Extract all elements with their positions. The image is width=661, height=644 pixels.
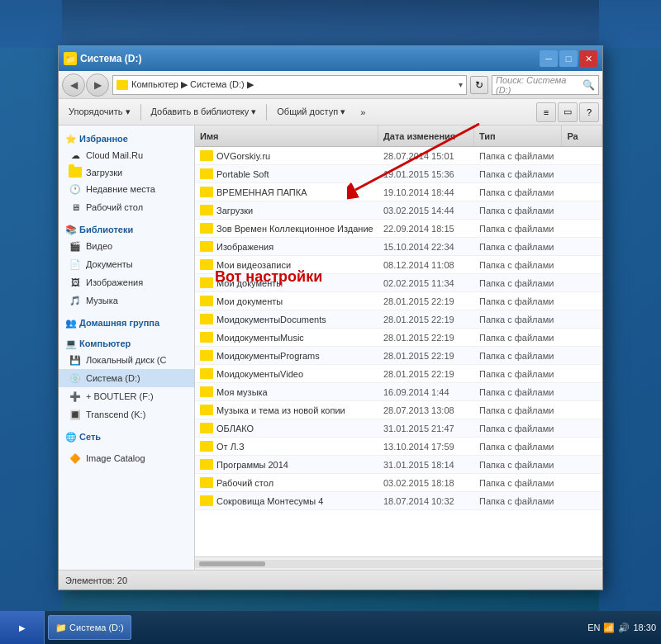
sidebar-item-recent[interactable]: 🕐 Недавние места bbox=[59, 180, 194, 198]
address-folder-icon bbox=[117, 80, 128, 90]
file-date-cell: 03.02.2015 18:18 bbox=[378, 478, 474, 488]
file-type-cell: Папка с файлами bbox=[474, 169, 562, 179]
file-date-cell: 28.01.2015 22:19 bbox=[378, 351, 474, 361]
add-library-button[interactable]: Добавить в библиотеку ▾ bbox=[145, 102, 264, 122]
address-bar[interactable]: Компьютер ▶ Система (D:) ▶ ▾ bbox=[112, 75, 467, 95]
taskbar: ▶ 📁 Система (D:) EN 📶 🔊 18:30 bbox=[0, 611, 661, 644]
file-name-cell: ОБЛАКО bbox=[195, 423, 378, 433]
file-date-cell: 19.10.2014 18:44 bbox=[378, 187, 474, 197]
table-row[interactable]: От Л.З 13.10.2014 17:59 Папка с файлами bbox=[195, 438, 602, 456]
network-icon: 🌐 bbox=[65, 432, 77, 442]
view-details-button[interactable]: ≡ bbox=[536, 102, 556, 122]
maximize-button[interactable]: □ bbox=[559, 50, 578, 67]
sidebar-item-video[interactable]: 🎬 Видео bbox=[59, 237, 194, 255]
view-preview-button[interactable]: ▭ bbox=[558, 102, 578, 122]
sidebar-item-downloads[interactable]: Загрузки bbox=[59, 164, 194, 180]
start-button[interactable]: ▶ bbox=[0, 611, 45, 644]
table-row[interactable]: ВРЕМЕННАЯ ПАПКА 19.10.2014 18:44 Папка с… bbox=[195, 183, 602, 201]
file-name-cell: Portable Soft bbox=[195, 168, 378, 179]
title-bar-controls: ─ □ ✕ bbox=[540, 50, 597, 67]
sidebar-item-cloud-mail[interactable]: ☁ Cloud Mail.Ru bbox=[59, 146, 194, 164]
table-row[interactable]: Зов Времен Коллекционное Издание 22.09.2… bbox=[195, 220, 602, 238]
sidebar-item-boutler[interactable]: ➕ + BOUTLER (F:) bbox=[59, 387, 194, 405]
col-header-date[interactable]: Дата изменения bbox=[378, 125, 474, 146]
table-row[interactable]: Рабочий стол 03.02.2015 18:18 Папка с фа… bbox=[195, 474, 602, 492]
address-dropdown-icon[interactable]: ▾ bbox=[459, 80, 463, 89]
back-button[interactable]: ◀ bbox=[62, 73, 85, 97]
table-row[interactable]: МоидокументыPrograms 28.01.2015 22:19 Па… bbox=[195, 347, 602, 365]
folder-icon bbox=[200, 350, 213, 361]
sidebar-item-image-catalog[interactable]: 🔶 Image Catalog bbox=[59, 449, 194, 467]
minimize-button[interactable]: ─ bbox=[540, 50, 558, 67]
catalog-section: 🔶 Image Catalog bbox=[59, 449, 194, 467]
file-date-cell: 19.01.2015 15:36 bbox=[378, 169, 474, 179]
file-date-cell: 16.09.2014 1:44 bbox=[378, 387, 474, 397]
share-button[interactable]: Общий доступ ▾ bbox=[270, 102, 352, 122]
sidebar-item-local-disk[interactable]: 💾 Локальный диск (С bbox=[59, 351, 194, 369]
images-icon: 🖼 bbox=[69, 276, 82, 289]
file-name-cell: МоидокументыDocuments bbox=[195, 314, 378, 324]
video-icon: 🎬 bbox=[69, 239, 82, 253]
table-row[interactable]: Моя музыка 16.09.2014 1:44 Папка с файла… bbox=[195, 383, 602, 401]
libraries-section: 📚 Библиотеки 🎬 Видео 📄 Документы 🖼 Изобр… bbox=[59, 221, 194, 310]
col-header-name[interactable]: Имя bbox=[195, 125, 378, 146]
homegroup-section: 👥 Домашняя группа bbox=[59, 315, 194, 330]
sidebar-item-transcend[interactable]: 🔳 Transcend (K:) bbox=[59, 405, 194, 424]
table-row[interactable]: ОБЛАКО 31.01.2015 21:47 Папка с файлами bbox=[195, 419, 602, 438]
table-row[interactable]: МоидокументыDocuments 28.01.2015 22:19 П… bbox=[195, 310, 602, 329]
file-type-cell: Папка с файлами bbox=[474, 333, 562, 343]
refresh-button[interactable]: ↻ bbox=[470, 76, 488, 94]
table-row[interactable]: Музыка и тема из новой копии 28.07.2013 … bbox=[195, 401, 602, 419]
sidebar-item-documents[interactable]: 📄 Документы bbox=[59, 255, 194, 273]
file-list: OVGorskiy.ru 28.07.2014 15:01 Папка с фа… bbox=[195, 147, 602, 556]
table-row[interactable]: МоидокументыMusic 28.01.2015 22:19 Папка… bbox=[195, 329, 602, 347]
search-box[interactable]: Поиск: Система (D:) 🔍 bbox=[492, 75, 599, 95]
sidebar-item-music[interactable]: 🎵 Музыка bbox=[59, 291, 194, 310]
forward-button[interactable]: ▶ bbox=[86, 73, 109, 97]
table-row[interactable]: Программы 2014 31.01.2015 18:14 Папка с … bbox=[195, 456, 602, 474]
close-button[interactable]: ✕ bbox=[579, 50, 597, 67]
clock-time: 18:30 bbox=[633, 623, 656, 632]
sidebar-item-images[interactable]: 🖼 Изображения bbox=[59, 273, 194, 291]
table-row[interactable]: Мои документы 28.01.2015 22:19 Папка с ф… bbox=[195, 292, 602, 310]
main-content: ⭐ Избранное ☁ Cloud Mail.Ru Загрузки 🕐 Н… bbox=[59, 125, 602, 570]
file-type-cell: Папка с файлами bbox=[474, 405, 562, 415]
file-date-cell: 31.01.2015 21:47 bbox=[378, 424, 474, 433]
system-tray: EN 📶 🔊 18:30 bbox=[583, 623, 661, 633]
table-row[interactable]: Portable Soft 19.01.2015 15:36 Папка с ф… bbox=[195, 165, 602, 183]
file-name-cell: ВРЕМЕННАЯ ПАПКА bbox=[195, 187, 378, 197]
help-button[interactable]: ? bbox=[579, 102, 599, 122]
table-row[interactable]: МоидокументыVideo 28.01.2015 22:19 Папка… bbox=[195, 365, 602, 383]
bg-browser-right bbox=[599, 0, 661, 644]
folder-icon bbox=[200, 277, 213, 288]
folder-icon bbox=[200, 477, 213, 488]
col-header-type[interactable]: Тип bbox=[474, 125, 562, 146]
folder-icon bbox=[200, 459, 213, 470]
horizontal-scrollbar[interactable] bbox=[195, 556, 602, 570]
folder-icon bbox=[200, 296, 213, 306]
computer-section: 💻 Компьютер 💾 Локальный диск (С 💿 Систем… bbox=[59, 335, 194, 424]
search-icon[interactable]: 🔍 bbox=[583, 79, 595, 91]
organize-button[interactable]: Упорядочить ▾ bbox=[62, 102, 137, 122]
table-row[interactable]: OVGorskiy.ru 28.07.2014 15:01 Папка с фа… bbox=[195, 147, 602, 165]
table-row[interactable]: Мои видеозаписи 08.12.2014 11:08 Папка с… bbox=[195, 256, 602, 274]
table-row[interactable]: Изображения 15.10.2014 22:34 Папка с фай… bbox=[195, 238, 602, 256]
folder-icon bbox=[200, 405, 213, 415]
file-type-cell: Папка с файлами bbox=[474, 460, 562, 470]
favorites-section: ⭐ Избранное ☁ Cloud Mail.Ru Загрузки 🕐 Н… bbox=[59, 130, 194, 216]
more-button[interactable]: » bbox=[354, 102, 372, 122]
file-type-cell: Папка с файлами bbox=[474, 442, 562, 452]
sidebar-item-system-d[interactable]: 💿 Система (D:) bbox=[59, 369, 194, 387]
taskbar-explorer-item[interactable]: 📁 Система (D:) bbox=[48, 615, 131, 640]
table-row[interactable]: Загрузки 03.02.2015 14:44 Папка с файлам… bbox=[195, 201, 602, 220]
table-row[interactable]: Сокровища Монтесумы 4 18.07.2014 10:32 П… bbox=[195, 492, 602, 510]
table-row[interactable]: Мои документы 02.02.2015 11:34 Папка с ф… bbox=[195, 274, 602, 292]
folder-icon bbox=[200, 332, 213, 343]
local-disk-icon: 💾 bbox=[69, 353, 82, 367]
col-header-size[interactable]: Ра bbox=[562, 125, 602, 146]
file-date-cell: 18.07.2014 10:32 bbox=[378, 496, 474, 506]
sidebar-item-desktop[interactable]: 🖥 Рабочий стол bbox=[59, 198, 194, 216]
network-tray-icon: 📶 bbox=[603, 623, 615, 633]
homegroup-icon: 👥 bbox=[65, 318, 77, 328]
folder-icon bbox=[200, 314, 213, 324]
